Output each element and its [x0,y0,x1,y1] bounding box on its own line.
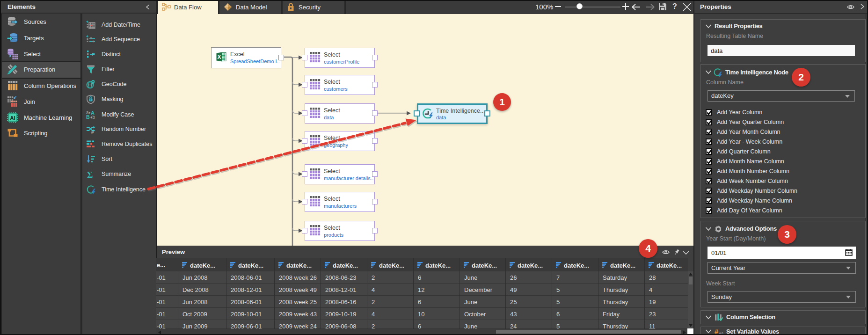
svg-text:b: b [93,115,95,119]
svg-text:B: B [86,114,90,119]
svg-text:+: + [86,20,88,24]
svg-text:AI: AI [10,115,15,121]
svg-text:+: + [86,35,88,39]
svg-text:@: @ [719,331,723,335]
svg-text:#: # [715,328,719,335]
svg-text:Σ: Σ [87,170,93,179]
svg-text:X: X [218,54,221,60]
svg-text:#: # [91,130,94,134]
